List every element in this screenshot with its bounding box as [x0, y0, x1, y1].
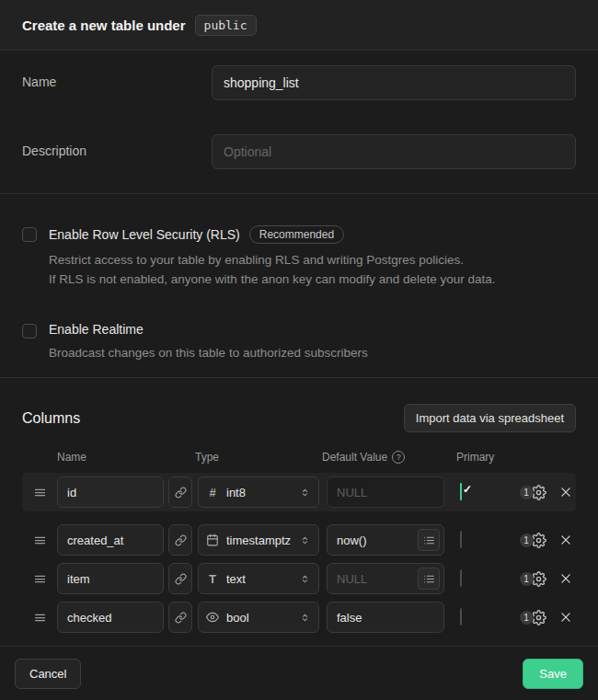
calendar-icon — [206, 534, 219, 546]
page-title: Create a new table under — [22, 17, 186, 33]
link-icon — [175, 534, 187, 546]
link-icon — [175, 573, 187, 585]
primary-checkbox[interactable] — [460, 608, 462, 625]
chevron-up-down-icon — [299, 573, 311, 585]
import-spreadsheet-button[interactable]: Import data via spreadsheet — [404, 404, 576, 432]
column-settings-button[interactable]: 1 — [510, 571, 556, 587]
list-icon — [423, 534, 435, 546]
columns-title: Columns — [22, 410, 80, 427]
foreign-key-link-button[interactable] — [168, 602, 192, 633]
description-form-row: Description — [22, 134, 576, 169]
drag-handle-icon[interactable] — [22, 534, 57, 547]
column-type-select[interactable]: # int8 — [198, 476, 319, 508]
close-icon — [559, 486, 572, 499]
column-name-input[interactable] — [57, 476, 164, 508]
remove-column-button[interactable] — [556, 607, 576, 627]
list-icon — [423, 573, 435, 585]
chevron-up-down-icon — [299, 487, 311, 499]
table-name-input[interactable] — [212, 65, 576, 100]
remove-column-button[interactable] — [556, 482, 576, 502]
column-type-select[interactable]: bool — [198, 602, 319, 633]
column-row-checked: bool 1 — [22, 602, 576, 633]
rls-toggle-block: Enable Row Level Security (RLS) Recommen… — [22, 225, 576, 289]
column-settings-button[interactable]: 1 — [510, 485, 556, 500]
column-type-select[interactable]: T text — [198, 563, 319, 594]
settings-count-badge: 1 — [520, 534, 534, 547]
description-label: Description — [22, 134, 212, 169]
settings-count-badge: 1 — [520, 572, 534, 586]
default-value-menu-button[interactable] — [418, 529, 440, 551]
hash-icon: # — [206, 486, 219, 499]
realtime-description: Broadcast changes on this table to autho… — [49, 343, 368, 362]
chevron-up-down-icon — [299, 534, 311, 546]
drag-handle-icon[interactable] — [22, 486, 57, 499]
header-name: Name — [57, 451, 164, 464]
primary-checkbox[interactable] — [460, 531, 462, 548]
toggles-section: Enable Row Level Security (RLS) Recommen… — [0, 193, 598, 377]
header-type: Type — [195, 451, 322, 464]
schema-badge: public — [195, 15, 257, 36]
settings-count-badge: 1 — [520, 611, 534, 625]
primary-checkbox[interactable] — [460, 569, 462, 587]
column-settings-button[interactable]: 1 — [510, 610, 556, 625]
realtime-toggle-block: Enable Realtime Broadcast changes on thi… — [22, 322, 576, 362]
create-table-panel: Create a new table under public Name Des… — [0, 0, 598, 700]
realtime-label: Enable Realtime — [49, 322, 144, 337]
rls-description: Restrict access to your table by enablin… — [49, 250, 496, 289]
column-name-input[interactable] — [57, 563, 164, 594]
foreign-key-link-button[interactable] — [168, 563, 192, 594]
close-icon — [559, 534, 572, 546]
header-primary: Primary — [456, 451, 510, 464]
table-description-input[interactable] — [212, 134, 576, 169]
realtime-checkbox[interactable] — [22, 324, 37, 339]
column-name-input[interactable] — [57, 602, 164, 633]
basic-info-section: Name Description — [0, 51, 598, 193]
drag-handle-icon[interactable] — [22, 611, 57, 625]
column-name-input[interactable] — [57, 524, 164, 556]
columns-section: Columns Import data via spreadsheet Name… — [0, 377, 598, 646]
column-settings-button[interactable]: 1 — [510, 533, 556, 548]
column-default-input[interactable] — [327, 476, 444, 508]
columns-table-headers: Name Type Default Value ? Primary — [22, 451, 576, 464]
column-default-input[interactable] — [327, 602, 444, 633]
letter-t-icon: T — [206, 572, 219, 586]
link-icon — [175, 612, 187, 624]
column-type-select[interactable]: timestamptz — [198, 524, 319, 556]
cancel-button[interactable]: Cancel — [15, 659, 81, 689]
header-default-value: Default Value — [322, 451, 387, 464]
column-row-created-at: timestamptz 1 — [22, 524, 576, 556]
column-row-item: T text 1 — [22, 563, 576, 594]
name-form-row: Name — [22, 65, 576, 100]
recommended-badge: Recommended — [249, 225, 344, 244]
column-type-label: bool — [226, 611, 249, 625]
foreign-key-link-button[interactable] — [168, 476, 192, 508]
remove-column-button[interactable] — [556, 568, 576, 589]
default-value-menu-button[interactable] — [418, 568, 440, 590]
chevron-up-down-icon — [299, 612, 311, 624]
rls-checkbox[interactable] — [22, 227, 37, 242]
settings-count-badge: 1 — [520, 486, 534, 499]
column-type-label: text — [226, 572, 246, 586]
link-icon — [175, 487, 187, 499]
column-type-label: int8 — [226, 486, 246, 499]
save-button[interactable]: Save — [523, 659, 583, 689]
close-icon — [559, 572, 572, 585]
name-label: Name — [22, 65, 212, 100]
column-row-id: # int8 1 — [22, 473, 576, 511]
modal-header: Create a new table under public — [0, 0, 598, 51]
close-icon — [559, 611, 572, 624]
drag-handle-icon[interactable] — [22, 572, 57, 586]
remove-column-button[interactable] — [556, 530, 576, 550]
rls-label: Enable Row Level Security (RLS) — [49, 227, 240, 242]
modal-footer: Cancel Save — [0, 646, 598, 700]
foreign-key-link-button[interactable] — [168, 524, 192, 556]
column-type-label: timestamptz — [226, 534, 291, 547]
help-icon[interactable]: ? — [392, 451, 405, 464]
primary-checkbox[interactable] — [460, 483, 462, 500]
eye-icon — [206, 611, 219, 624]
